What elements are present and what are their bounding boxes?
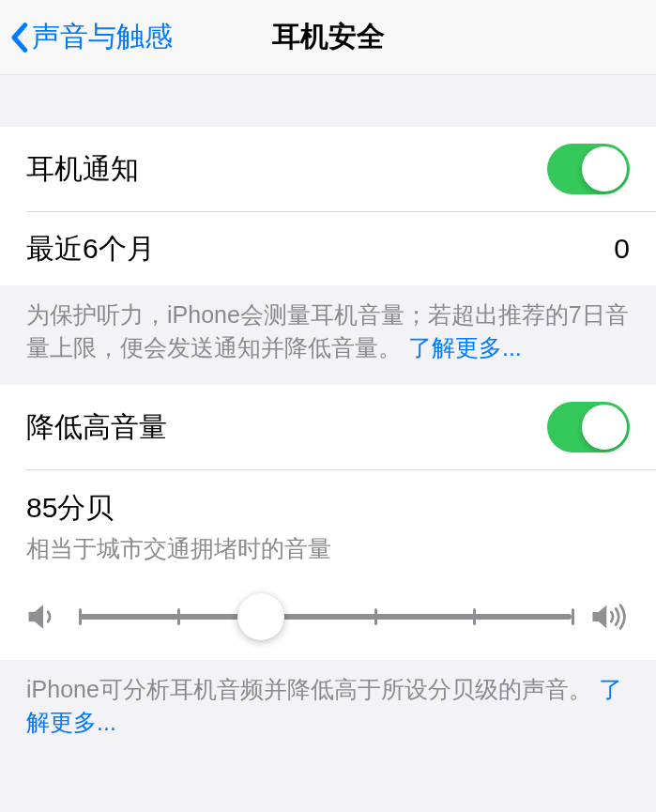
- footer-text-2: iPhone可分析耳机音频并降低高于所设分贝级的声音。 了解更多...: [0, 660, 656, 759]
- footer-body-1: 为保护听力，iPhone会测量耳机音量；若超出推荐的7日音量上限，便会发送通知并…: [26, 301, 629, 360]
- toggle-reduce-loud-sounds[interactable]: [547, 402, 630, 452]
- decibel-slider[interactable]: [79, 614, 572, 620]
- row-last-6-months[interactable]: 最近6个月 0: [0, 212, 656, 285]
- toggle-headphone-notifications[interactable]: [547, 144, 630, 194]
- toggle-knob: [582, 405, 627, 450]
- decibel-description: 相当于城市交通拥堵时的音量: [26, 533, 630, 564]
- label-reduce-loud-sounds: 降低高音量: [26, 408, 167, 447]
- decibel-slider-row: [0, 575, 656, 660]
- label-last-6-months: 最近6个月: [26, 230, 155, 268]
- chevron-left-icon: [9, 22, 28, 54]
- page-title: 耳机安全: [272, 18, 385, 56]
- row-headphone-notifications: 耳机通知: [0, 127, 656, 211]
- back-button[interactable]: 声音与触感: [0, 18, 173, 56]
- speaker-low-icon: [26, 602, 60, 632]
- learn-more-link-1[interactable]: 了解更多...: [408, 334, 522, 360]
- back-label: 声音与触感: [32, 18, 173, 56]
- footer-text-1: 为保护听力，iPhone会测量耳机音量；若超出推荐的7日音量上限，便会发送通知并…: [0, 285, 656, 385]
- section-spacer: [0, 75, 656, 127]
- decibel-value: 85分贝: [26, 489, 630, 528]
- nav-bar: 声音与触感 耳机安全: [0, 0, 656, 75]
- value-last-6-months: 0: [614, 233, 630, 265]
- footer-body-2: iPhone可分析耳机音频并降低高于所设分贝级的声音。: [26, 676, 592, 702]
- label-headphone-notifications: 耳机通知: [26, 150, 139, 189]
- section-reduce-loud-sounds: 降低高音量 85分贝 相当于城市交通拥堵时的音量: [0, 385, 656, 660]
- section-headphone-notifications: 耳机通知 最近6个月 0: [0, 127, 656, 285]
- row-reduce-loud-sounds: 降低高音量: [0, 385, 656, 469]
- speaker-high-icon: [590, 602, 630, 632]
- slider-thumb[interactable]: [237, 593, 284, 640]
- toggle-knob: [582, 146, 627, 192]
- decibel-info: 85分贝 相当于城市交通拥堵时的音量: [0, 470, 656, 575]
